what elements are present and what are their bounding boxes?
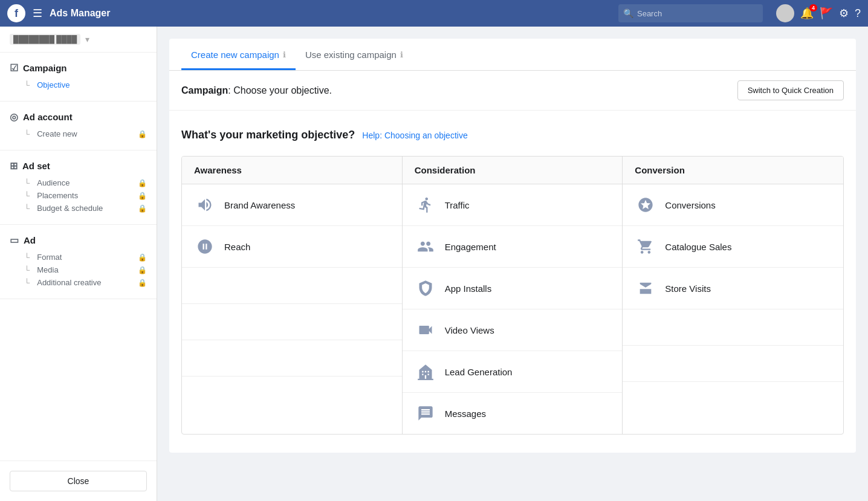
sidebar-ad-account-header: ◎ Ad account <box>10 111 147 123</box>
tab-use-existing-label: Use existing campaign <box>305 50 397 60</box>
awareness-empty-4 <box>182 377 402 413</box>
tab-create-new-label: Create new campaign <box>191 50 279 60</box>
campaign-label: Campaign <box>181 85 228 95</box>
objective-grid: Awareness Brand Awareness Reach <box>181 156 844 435</box>
tree-line-icon: └ <box>24 80 30 89</box>
conversion-empty-3 <box>623 382 843 418</box>
tree-line-icon: └ <box>24 265 30 274</box>
objective-conversions[interactable]: Conversions <box>623 184 843 226</box>
awareness-column-header: Awareness <box>182 157 402 184</box>
sidebar-campaign-header: ☑ Campaign <box>10 62 147 74</box>
objective-question-text: What's your marketing objective? <box>181 129 355 141</box>
sidebar-item-placements[interactable]: └ Placements 🔒 <box>10 189 147 202</box>
reach-icon <box>194 236 216 257</box>
objective-brand-awareness[interactable]: Brand Awareness <box>182 184 402 226</box>
objective-messages[interactable]: Messages <box>403 393 623 434</box>
sidebar-additional-creative-label: Additional creative <box>37 278 101 287</box>
top-navigation: f ☰ Ads Manager 🔍 🔔 4 🚩 ⚙ ? <box>0 0 868 27</box>
tree-line-icon: └ <box>24 204 30 213</box>
sidebar-section-ad-account: ◎ Ad account └ Create new 🔒 <box>0 102 157 150</box>
lock-icon: 🔒 <box>138 179 147 187</box>
account-dropdown-icon[interactable]: ▾ <box>85 34 89 44</box>
sidebar-account[interactable]: ████████ ████ ▾ <box>0 27 157 53</box>
objective-app-installs[interactable]: App Installs <box>403 268 623 309</box>
sidebar-create-new-label: Create new <box>37 129 77 138</box>
search-icon: 🔍 <box>623 8 633 18</box>
catalogue-sales-icon <box>635 236 656 257</box>
flag-icon[interactable]: 🚩 <box>820 7 833 20</box>
help-icon[interactable]: ? <box>855 7 861 20</box>
reach-label: Reach <box>224 242 250 252</box>
sidebar-ad-account-label: Ad account <box>23 112 73 122</box>
tree-line-icon: └ <box>24 129 30 138</box>
avatar[interactable] <box>776 4 794 22</box>
lead-generation-icon <box>415 361 436 383</box>
conversion-empty-1 <box>623 309 843 346</box>
sidebar-section-ad: ▭ Ad └ Format 🔒 └ Media 🔒 └ Additional c… <box>0 225 157 299</box>
objective-reach[interactable]: Reach <box>182 226 402 268</box>
conversion-column: Conversion Conversions Catalogue Sales <box>623 157 843 434</box>
lock-icon: 🔒 <box>138 279 147 287</box>
brand-awareness-label: Brand Awareness <box>224 200 295 210</box>
sidebar-item-format[interactable]: └ Format 🔒 <box>10 251 147 263</box>
lock-icon: 🔒 <box>138 192 147 200</box>
tab-use-existing[interactable]: Use existing campaign ℹ <box>296 39 413 70</box>
sidebar-item-create-new[interactable]: └ Create new 🔒 <box>10 128 147 140</box>
objective-video-views[interactable]: Video Views <box>403 309 623 351</box>
catalogue-sales-label: Catalogue Sales <box>665 242 731 252</box>
conversions-label: Conversions <box>665 200 715 210</box>
sidebar-item-audience[interactable]: └ Audience 🔒 <box>10 176 147 189</box>
objective-question-row: What's your marketing objective? Help: C… <box>181 129 844 141</box>
sidebar-item-additional-creative[interactable]: └ Additional creative 🔒 <box>10 276 147 289</box>
app-installs-label: App Installs <box>445 283 492 294</box>
sidebar: ████████ ████ ▾ ☑ Campaign └ Objective ◎… <box>0 27 157 501</box>
consideration-column-header: Consideration <box>403 157 623 184</box>
campaign-tabs: Create new campaign ℹ Use existing campa… <box>169 39 856 71</box>
search-input[interactable] <box>637 9 758 18</box>
awareness-column: Awareness Brand Awareness Reach <box>182 157 403 434</box>
sidebar-objective-label: Objective <box>37 80 70 89</box>
notifications-icon[interactable]: 🔔 4 <box>800 7 814 20</box>
sidebar-placements-label: Placements <box>37 191 78 200</box>
tree-line-icon: └ <box>24 278 30 287</box>
tree-line-icon: └ <box>24 178 30 187</box>
conversions-icon <box>635 194 656 216</box>
search-bar: 🔍 <box>618 4 763 22</box>
sidebar-item-budget-schedule[interactable]: └ Budget & schedule 🔒 <box>10 202 147 215</box>
sidebar-budget-schedule-label: Budget & schedule <box>37 204 103 213</box>
sidebar-item-objective[interactable]: └ Objective <box>10 79 147 91</box>
objective-traffic[interactable]: Traffic <box>403 184 623 226</box>
lock-icon: 🔒 <box>138 130 147 138</box>
video-views-icon <box>415 319 436 341</box>
settings-icon[interactable]: ⚙ <box>839 7 849 20</box>
objective-engagement[interactable]: Engagement <box>403 226 623 268</box>
objective-catalogue-sales[interactable]: Catalogue Sales <box>623 226 843 268</box>
help-link[interactable]: Help: Choosing an objective <box>362 131 467 140</box>
lock-icon: 🔒 <box>138 253 147 262</box>
sidebar-ad-header: ▭ Ad <box>10 234 147 246</box>
campaign-header: Campaign: Choose your objective. Switch … <box>169 71 856 111</box>
messages-label: Messages <box>445 409 486 419</box>
hamburger-menu-icon[interactable]: ☰ <box>33 7 42 20</box>
tab-create-new[interactable]: Create new campaign ℹ <box>181 39 296 70</box>
notification-badge: 4 <box>809 4 817 11</box>
tab-create-new-info-icon: ℹ <box>283 50 286 59</box>
consideration-column: Consideration Traffic Engagement <box>403 157 623 434</box>
sidebar-item-media[interactable]: └ Media 🔒 <box>10 263 147 276</box>
sidebar-section-ad-set: ⊞ Ad set └ Audience 🔒 └ Placements 🔒 └ B… <box>0 150 157 225</box>
ad-icon: ▭ <box>10 234 19 246</box>
ad-set-icon: ⊞ <box>10 160 18 172</box>
switch-to-quick-creation-button[interactable]: Switch to Quick Creation <box>737 80 844 100</box>
tree-line-icon: └ <box>24 191 30 200</box>
engagement-label: Engagement <box>445 242 496 252</box>
traffic-icon <box>415 194 436 216</box>
engagement-icon <box>415 236 436 257</box>
close-button[interactable]: Close <box>10 471 147 491</box>
sidebar-format-label: Format <box>37 253 62 262</box>
store-visits-label: Store Visits <box>665 283 711 294</box>
objective-store-visits[interactable]: Store Visits <box>623 268 843 309</box>
conversion-empty-2 <box>623 346 843 382</box>
objective-lead-generation[interactable]: Lead Generation <box>403 351 623 393</box>
topnav-right-icons: 🔔 4 🚩 ⚙ ? <box>776 4 861 22</box>
ad-account-icon: ◎ <box>10 111 18 123</box>
